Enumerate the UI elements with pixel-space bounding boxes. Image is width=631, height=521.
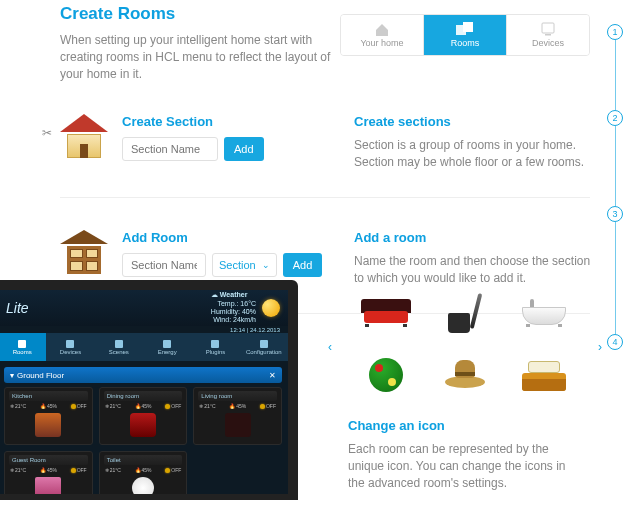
hat-icon[interactable] [437, 352, 492, 398]
close-icon[interactable]: ✕ [269, 371, 276, 380]
nav-label: Scenes [109, 349, 129, 355]
home-icon [373, 22, 391, 36]
laptop-nav: Rooms Devices Scenes Energy Plugins Conf… [0, 333, 288, 361]
readout-temp: 21°C [15, 403, 26, 409]
readout-off: OFF [77, 467, 87, 473]
nav-scenes[interactable]: Scenes [95, 333, 143, 361]
nav-label: Rooms [13, 349, 32, 355]
nav-label: Devices [60, 349, 81, 355]
create-sections-heading: Create sections [354, 114, 594, 129]
rooms-icon [456, 22, 474, 36]
ink-pen-icon[interactable] [437, 290, 492, 336]
weather-widget: ☁Weather Temp.: 16°C Humidity: 40% Wind:… [211, 291, 280, 325]
nav-energy[interactable]: Energy [143, 333, 191, 361]
readout-temp: 21°C [110, 403, 121, 409]
page-intro-text: When setting up your intelligent home st… [60, 32, 340, 82]
svg-rect-2 [542, 23, 554, 33]
room-card[interactable]: Kitchen ❄21°C🔥45%OFF [4, 387, 93, 445]
scissors-icon: ✂ [42, 126, 52, 140]
weather-label: Weather [220, 291, 248, 299]
tab-rooms[interactable]: Rooms [423, 15, 506, 55]
devices-icon [539, 22, 557, 36]
nav-label: Configuration [246, 349, 282, 355]
create-section-title: Create Section [122, 114, 264, 129]
tab-your-home[interactable]: Your home [341, 15, 423, 55]
pool-balls-icon[interactable] [358, 352, 413, 398]
room-card[interactable]: Dining room ❄21°C🔥45%OFF [99, 387, 188, 445]
app-logo: Lite [6, 300, 29, 316]
room-card[interactable]: Toilet ❄21°C🔥45%OFF [99, 451, 188, 500]
step-3: 3 [607, 206, 623, 222]
section-select-label: Section [219, 259, 256, 271]
room-card-title: Living room [198, 391, 277, 401]
readout-off: OFF [77, 403, 87, 409]
clock: 12:14 | 24.12.2013 [0, 326, 288, 333]
add-room-row: Add Room Section ⌄ Add Add a room Name t… [60, 230, 631, 287]
laptop-preview: Lite ☁Weather Temp.: 16°C Humidity: 40% … [0, 280, 298, 500]
bulb-icon [71, 468, 76, 473]
nav-devices[interactable]: Devices [46, 333, 94, 361]
nav-label: Plugins [206, 349, 226, 355]
add-room-button[interactable]: Add [283, 253, 323, 277]
readout-off: OFF [171, 403, 181, 409]
room-icon-grid [340, 290, 590, 398]
add-room-desc: Name the room and then choose the sectio… [354, 253, 594, 287]
bulb-icon [165, 468, 170, 473]
page-title: Create Rooms [60, 4, 340, 24]
tab-label: Your home [360, 38, 403, 48]
readout-pct: 45% [47, 467, 57, 473]
step-4: 4 [607, 334, 623, 350]
sofa-icon[interactable] [358, 290, 413, 336]
add-section-button[interactable]: Add [224, 137, 264, 161]
icons-next[interactable]: › [598, 340, 602, 354]
nav-config[interactable]: Configuration [240, 333, 288, 361]
house-icon [60, 114, 108, 158]
weather-wind: Wind: 24km/h [211, 316, 256, 324]
room-card[interactable]: Guest Room ❄21°C🔥45%OFF [4, 451, 93, 500]
room-card[interactable]: Living room ❄21°C🔥45%OFF [193, 387, 282, 445]
bulb-icon [260, 404, 265, 409]
weather-temp: Temp.: 16°C [211, 300, 256, 308]
readout-off: OFF [171, 467, 181, 473]
change-icon-desc: Each room can be represented by the uniq… [348, 441, 582, 491]
icons-prev[interactable]: ‹ [328, 340, 332, 354]
readout-off: OFF [266, 403, 276, 409]
nav-plugins[interactable]: Plugins [191, 333, 239, 361]
step-2: 2 [607, 110, 623, 126]
section-select[interactable]: Section ⌄ [212, 253, 277, 277]
svg-rect-1 [463, 22, 473, 32]
tab-label: Devices [532, 38, 564, 48]
create-section-row: Create Section Add Create sections Secti… [60, 114, 631, 171]
readout-temp: 21°C [110, 467, 121, 473]
readout-temp: 21°C [15, 467, 26, 473]
floor-header[interactable]: ▾Ground Floor ✕ [4, 367, 282, 383]
step-indicator: 1 2 3 4 [605, 24, 625, 350]
floor-name: Ground Floor [17, 371, 64, 380]
bed-icon[interactable] [517, 352, 572, 398]
chevron-down-icon: ▾ [10, 371, 14, 380]
add-room-heading: Add a room [354, 230, 594, 245]
room-card-title: Guest Room [9, 455, 88, 465]
readout-pct: 45% [47, 403, 57, 409]
nav-rooms[interactable]: Rooms [0, 333, 46, 361]
svg-rect-3 [545, 34, 551, 36]
readout-pct: 45% [142, 403, 152, 409]
divider [60, 197, 590, 198]
chevron-down-icon: ⌄ [262, 260, 270, 270]
room-name-input[interactable] [122, 253, 206, 277]
bathtub-icon[interactable] [517, 290, 572, 336]
step-1: 1 [607, 24, 623, 40]
room-card-title: Toilet [104, 455, 183, 465]
readout-pct: 45% [236, 403, 246, 409]
tab-devices[interactable]: Devices [506, 15, 589, 55]
room-card-title: Kitchen [9, 391, 88, 401]
section-name-input[interactable] [122, 137, 218, 161]
room-card-title: Dining room [104, 391, 183, 401]
weather-humidity: Humidity: 40% [211, 308, 256, 316]
nav-label: Energy [158, 349, 177, 355]
add-room-title: Add Room [122, 230, 322, 245]
sun-icon [262, 299, 280, 317]
main-tabs: Your home Rooms Devices [340, 14, 590, 56]
create-sections-desc: Section is a group of rooms in your home… [354, 137, 594, 171]
bulb-icon [71, 404, 76, 409]
